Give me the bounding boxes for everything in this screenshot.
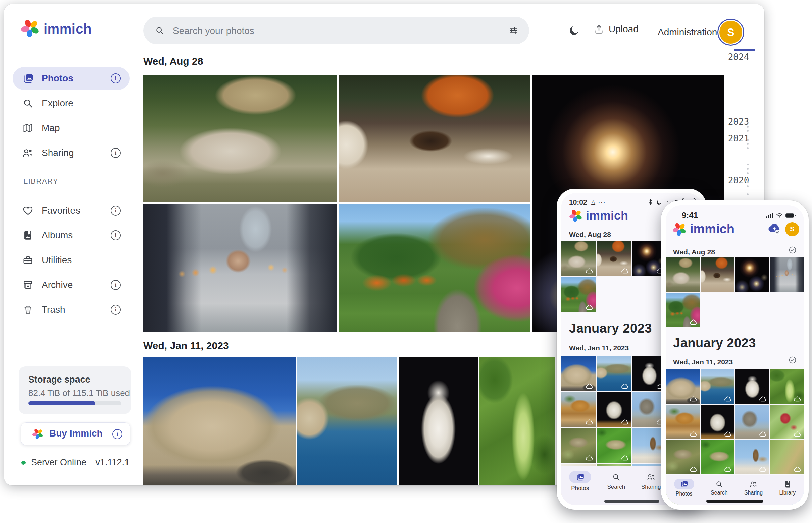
ios-nav-library-label: Library	[779, 490, 796, 496]
sidebar-item-favorites[interactable]: Favorites i	[13, 199, 129, 222]
thumb-seagrape-leaves[interactable]	[770, 369, 804, 404]
ios-nav-search-label: Search	[711, 490, 728, 496]
thumb-green-field[interactable]	[770, 440, 804, 474]
photos-info-icon[interactable]: i	[111, 73, 121, 84]
ios-wifi-icon	[776, 212, 783, 219]
sharing-info-icon[interactable]: i	[111, 148, 121, 158]
thumb-lizard-moss[interactable]	[561, 428, 596, 463]
favorites-info-icon[interactable]: i	[111, 205, 121, 216]
photo-fortress-walls[interactable]	[143, 357, 296, 485]
storage-progress-track	[28, 401, 121, 405]
sidebar-item-trash[interactable]: Trash i	[13, 299, 129, 321]
android-nav-search[interactable]: Search	[607, 471, 625, 490]
thumb-fortress-walls[interactable]	[666, 369, 700, 404]
sidebar-favorites-label: Favorites	[41, 205, 80, 216]
ios-nav-search-icon	[715, 480, 723, 488]
ios-nav-search[interactable]: Search	[711, 479, 728, 496]
ios-nav-photos-icon	[674, 479, 694, 489]
timeline-year-2020[interactable]: 2020	[723, 175, 754, 185]
thumb-ruined-wall[interactable]	[735, 405, 770, 439]
dark-mode-toggle[interactable]	[568, 24, 581, 36]
thumb-autumn-park-path[interactable]	[666, 293, 700, 327]
sidebar-item-utilities[interactable]: Utilities	[13, 249, 129, 272]
thumb-marble-bust[interactable]	[735, 369, 770, 404]
ios-nav-library[interactable]: Library	[779, 479, 796, 496]
ios-avatar[interactable]: S	[785, 222, 799, 236]
storage-title: Storage space	[28, 375, 90, 385]
upload-icon	[593, 23, 605, 35]
ios-nav-photos[interactable]: Photos	[674, 479, 694, 497]
date-group-header-aug: Wed, Aug 28	[143, 56, 203, 67]
buy-info-icon[interactable]: i	[113, 429, 122, 439]
timeline-current-year[interactable]: 2024	[723, 52, 754, 62]
thumb-beach-cliff[interactable]	[561, 392, 596, 427]
thumb-jungle-monkeys[interactable]	[666, 257, 700, 292]
sidebar-item-map[interactable]: Map	[13, 117, 129, 140]
sidebar-item-archive[interactable]: Archive i	[13, 274, 129, 296]
storage-space-card: Storage space 82.4 TiB of 115.1 TiB used	[19, 366, 131, 414]
immich-logo-text: immich	[44, 21, 92, 37]
ios-home-indicator[interactable]	[706, 500, 763, 503]
photo-jungle-monkeys[interactable]	[143, 75, 337, 202]
thumb-fortress-walls[interactable]	[561, 356, 596, 391]
photo-holding-hands[interactable]	[143, 203, 337, 331]
photo-marble-bust[interactable]	[399, 357, 478, 485]
android-nav-sharing[interactable]: Sharing	[641, 471, 661, 490]
android-nav-sharing-icon	[646, 473, 656, 482]
photo-autumn-park-path[interactable]	[339, 203, 531, 331]
sidebar-item-photos-content: Photos i	[13, 67, 129, 90]
ios-grid-jan-row2	[666, 405, 804, 439]
android-month-header: January 2023	[569, 321, 652, 336]
thumb-autumn-park-path[interactable]	[561, 277, 596, 312]
thumb-lizard-moss[interactable]	[666, 440, 700, 474]
android-home-indicator[interactable]	[604, 500, 659, 503]
thumb-decorated-tree[interactable]	[770, 405, 804, 439]
thumb-coastal-town[interactable]	[597, 356, 632, 391]
cloud-sync-icon[interactable]	[768, 222, 781, 236]
ios-nav-sharing[interactable]: Sharing	[744, 479, 763, 496]
server-version: v1.112.1	[95, 457, 129, 468]
photos-icon	[22, 73, 34, 84]
timeline-year-2023[interactable]: 2023	[723, 117, 754, 127]
android-nav-photos[interactable]: Photos	[569, 471, 591, 492]
search-filters-icon[interactable]	[508, 25, 518, 36]
thumb-stone-sculpture[interactable]	[597, 392, 632, 427]
thumb-holding-hands[interactable]	[770, 257, 804, 292]
thumb-stone-sculpture[interactable]	[701, 405, 735, 439]
select-all-check-icon-jan[interactable]	[788, 355, 797, 365]
photo-autumn-dinner-table[interactable]	[339, 75, 531, 202]
ios-nav-sharing-label: Sharing	[744, 490, 763, 496]
android-nav-photos-icon	[569, 471, 591, 483]
select-all-check-icon-aug[interactable]	[788, 246, 797, 255]
android-nav-search-label: Search	[607, 484, 625, 490]
thumb-autumn-dinner-table[interactable]	[701, 257, 735, 292]
android-immich-logo-icon	[569, 209, 583, 222]
thumb-village-tower[interactable]	[735, 440, 770, 474]
sidebar-item-explore[interactable]: Explore	[13, 92, 129, 115]
thumb-beach-cliff[interactable]	[666, 405, 700, 439]
photo-coastal-town[interactable]	[297, 357, 397, 485]
sidebar-item-sharing[interactable]: Sharing i	[13, 142, 129, 164]
thumb-coastal-town[interactable]	[701, 369, 735, 404]
ios-status-bar: 9:41	[682, 211, 796, 220]
trash-info-icon[interactable]: i	[111, 305, 121, 315]
user-avatar[interactable]: S	[718, 19, 744, 46]
thumb-lizard-green[interactable]	[597, 428, 632, 463]
thumb-lizard-green[interactable]	[701, 440, 735, 474]
sidebar-item-albums[interactable]: Albums i	[13, 224, 129, 247]
album-icon	[22, 230, 34, 241]
thumb-autumn-dinner-table[interactable]	[597, 241, 632, 276]
timeline-year-2021[interactable]: 2021	[723, 133, 754, 144]
thumb-jungle-monkeys[interactable]	[561, 241, 596, 276]
upload-button[interactable]: Upload	[593, 23, 639, 35]
search-input[interactable]: Search your photos	[143, 17, 529, 44]
timeline-scrubber-handle[interactable]	[735, 49, 755, 51]
sidebar-photos-label: Photos	[41, 73, 73, 84]
photo-seagrape-leaves[interactable]	[480, 357, 555, 485]
thumb-fireworks[interactable]	[735, 257, 770, 292]
buy-immich-button[interactable]: Buy Immich i	[21, 422, 130, 445]
albums-info-icon[interactable]: i	[111, 230, 121, 240]
archive-info-icon[interactable]: i	[111, 280, 121, 290]
administration-link[interactable]: Administration	[658, 27, 717, 38]
android-nav-sharing-label: Sharing	[641, 484, 661, 490]
